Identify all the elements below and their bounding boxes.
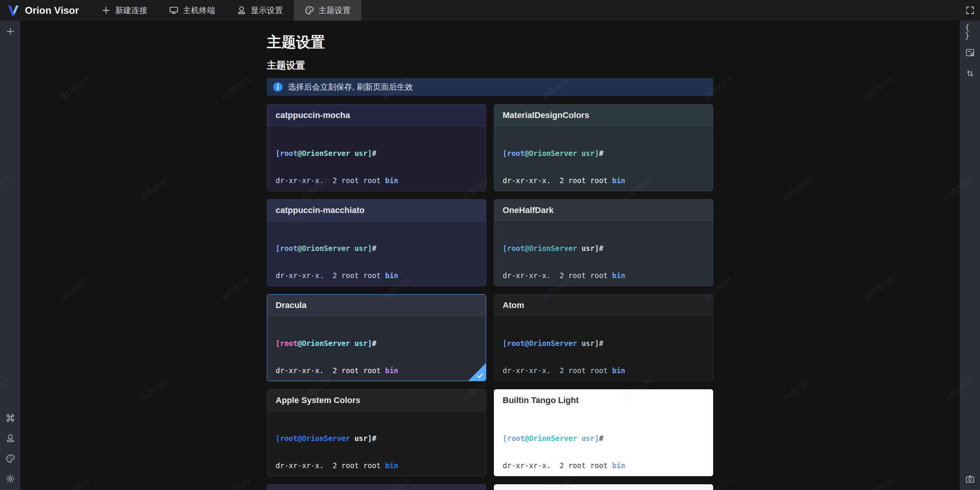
alert-text: 选择后会立刻保存, 刷新页面后生效 [288, 82, 413, 92]
theme-card-header: Apple System Colors [267, 390, 486, 411]
stamp-icon [237, 5, 247, 15]
theme-name: Builtin Tango Light [503, 395, 579, 405]
page-title: 主题设置 [267, 34, 713, 50]
terminal-preview: [root@OrionServer usr]# dr-xr-xr-x. 2 ro… [494, 316, 713, 381]
section-title: 主题设置 [267, 60, 713, 70]
palette-icon[interactable] [5, 453, 15, 464]
tab-label: 主题设置 [318, 5, 351, 16]
theme-name: catppuccin-mocha [276, 110, 350, 120]
gear-icon[interactable] [5, 474, 15, 484]
theme-grid: catppuccin-mocha [root@OrionServer usr]#… [267, 104, 713, 490]
theme-card-partial[interactable]: [root@OrionServer usr]# dr-xr-xr-x. 2 ro… [267, 484, 486, 490]
terminal-preview: [root@OrionServer usr]# dr-xr-xr-x. 2 ro… [494, 221, 713, 286]
theme-card-catppuccin-macchiato[interactable]: catppuccin-macchiato [root@OrionServer u… [267, 199, 486, 286]
theme-card-header: Builtin Tango Light [494, 390, 713, 411]
sort-icon[interactable] [965, 68, 975, 79]
info-alert: 选择后会立刻保存, 刷新页面后生效 [267, 78, 713, 96]
top-bar: Orion Visor 新建连接主机终端显示设置主题设置 [0, 0, 980, 21]
terminal-preview: [root@OrionServer usr]# dr-xr-xr-x. 2 ro… [494, 126, 713, 191]
terminal-preview: [root@OrionServer usr]# dr-xr-xr-x. 2 ro… [267, 126, 486, 191]
terminal-preview: [root@OrionServer usr]# dr-xr-xr-x. 2 ro… [267, 411, 486, 476]
tab-theme-settings[interactable]: 主题设置 [294, 0, 361, 21]
app-title: Orion Visor [25, 5, 79, 16]
theme-card-Dracula[interactable]: Dracula [root@OrionServer usr]# dr-xr-xr… [267, 294, 486, 381]
theme-card-catppuccin-mocha[interactable]: catppuccin-mocha [root@OrionServer usr]#… [267, 104, 486, 191]
theme-name: catppuccin-macchiato [276, 205, 364, 215]
theme-card-Builtin Tango Light[interactable]: Builtin Tango Light [root@OrionServer us… [494, 389, 713, 476]
bookmark-doc-icon[interactable] [965, 47, 975, 57]
terminal-line: dr-xr-xr-x. 2 root root bin [503, 366, 704, 375]
main-content: 主题设置 主题设置 选择后会立刻保存, 刷新页面后生效 catppuccin-m… [20, 21, 960, 490]
terminal-prompt-line: [root@OrionServer usr]# [276, 339, 477, 348]
terminal-line: dr-xr-xr-x. 2 root root bin [503, 461, 704, 470]
tab-label: 新建连接 [115, 5, 147, 16]
terminal-prompt-line: [root@OrionServer usr]# [503, 149, 704, 158]
command-icon[interactable] [5, 413, 15, 423]
tab-label: 主机终端 [183, 5, 215, 16]
terminal-icon [169, 5, 179, 15]
terminal-prompt-line: [root@OrionServer usr]# [503, 339, 704, 348]
theme-card-header: Dracula [267, 295, 486, 316]
terminal-preview: [root@OrionServer usr]# dr-xr-xr-x. 2 ro… [494, 411, 713, 476]
tab-bar: 新建连接主机终端显示设置主题设置 [90, 0, 361, 21]
orion-visor-logo-icon [7, 4, 20, 17]
theme-card-Atom[interactable]: Atom [root@OrionServer usr]# dr-xr-xr-x.… [494, 294, 713, 381]
terminal-prompt-line: [root@OrionServer usr]# [276, 149, 477, 158]
check-icon [476, 371, 484, 380]
theme-card-OneHalfDark[interactable]: OneHalfDark [root@OrionServer usr]# dr-x… [494, 199, 713, 286]
theme-name: Atom [503, 300, 524, 310]
theme-card-header: Atom [494, 295, 713, 316]
theme-card-header [267, 485, 486, 490]
plus-icon[interactable] [5, 26, 15, 36]
brand: Orion Visor [0, 4, 90, 17]
theme-name: MaterialDesignColors [503, 110, 589, 120]
braces-icon[interactable]: { } [965, 26, 975, 36]
terminal-line: dr-xr-xr-x. 2 root root bin [503, 271, 704, 280]
theme-card-MaterialDesignColors[interactable]: MaterialDesignColors [root@OrionServer u… [494, 104, 713, 191]
stamp-icon[interactable] [5, 433, 15, 443]
theme-card-header: catppuccin-mocha [267, 105, 486, 126]
theme-card-partial[interactable]: [root@OrionServer usr]# dr-xr-xr-x. 2 ro… [494, 484, 713, 490]
terminal-prompt-line: [root@OrionServer usr]# [276, 434, 477, 443]
fullscreen-icon[interactable] [960, 0, 980, 21]
terminal-line: dr-xr-xr-x. 2 root root bin [276, 176, 477, 185]
theme-name: OneHalfDark [503, 205, 554, 215]
terminal-prompt-line: [root@OrionServer usr]# [503, 434, 704, 443]
right-rail: { } [960, 21, 980, 490]
tab-label: 显示设置 [251, 5, 283, 16]
theme-name: Dracula [276, 300, 307, 310]
palette-icon [304, 5, 314, 15]
theme-name: Apple System Colors [276, 395, 360, 405]
theme-card-header [494, 485, 713, 490]
terminal-preview: [root@OrionServer usr]# dr-xr-xr-x. 2 ro… [267, 221, 486, 286]
tab-host-terminal[interactable]: 主机终端 [158, 0, 226, 21]
tab-display-settings[interactable]: 显示设置 [226, 0, 294, 21]
theme-card-header: MaterialDesignColors [494, 105, 713, 126]
plus-icon [101, 5, 111, 15]
terminal-prompt-line: [root@OrionServer usr]# [503, 244, 704, 253]
theme-card-Apple System Colors[interactable]: Apple System Colors [root@OrionServer us… [267, 389, 486, 476]
theme-card-header: OneHalfDark [494, 200, 713, 221]
theme-card-header: catppuccin-macchiato [267, 200, 486, 221]
tab-new-connection[interactable]: 新建连接 [90, 0, 158, 21]
info-icon [273, 82, 283, 92]
terminal-preview: [root@OrionServer usr]# dr-xr-xr-x. 2 ro… [267, 316, 486, 381]
left-rail [0, 21, 20, 490]
terminal-prompt-line: [root@OrionServer usr]# [276, 244, 477, 253]
camera-icon[interactable] [965, 474, 975, 484]
terminal-line: dr-xr-xr-x. 2 root root bin [276, 461, 477, 470]
terminal-line: dr-xr-xr-x. 2 root root bin [276, 366, 477, 375]
terminal-line: dr-xr-xr-x. 2 root root bin [276, 271, 477, 280]
terminal-line: dr-xr-xr-x. 2 root root bin [503, 176, 704, 185]
